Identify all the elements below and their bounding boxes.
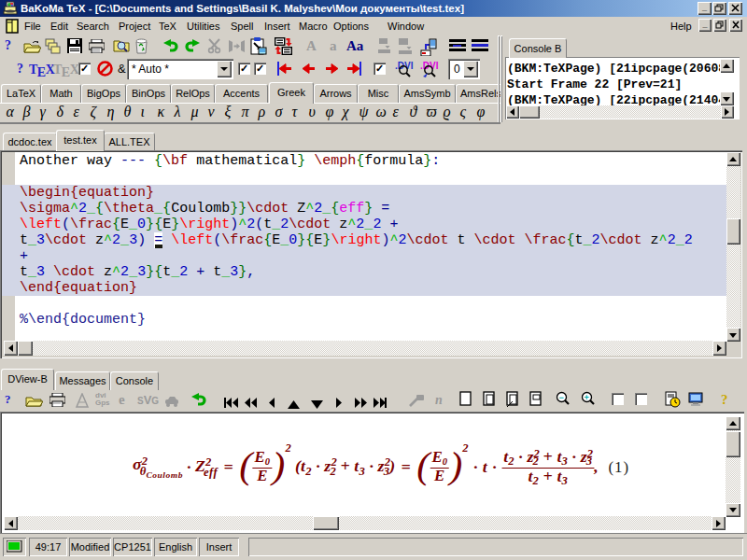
- svg-text:−: −: [559, 393, 564, 402]
- svg-text:+: +: [585, 393, 589, 402]
